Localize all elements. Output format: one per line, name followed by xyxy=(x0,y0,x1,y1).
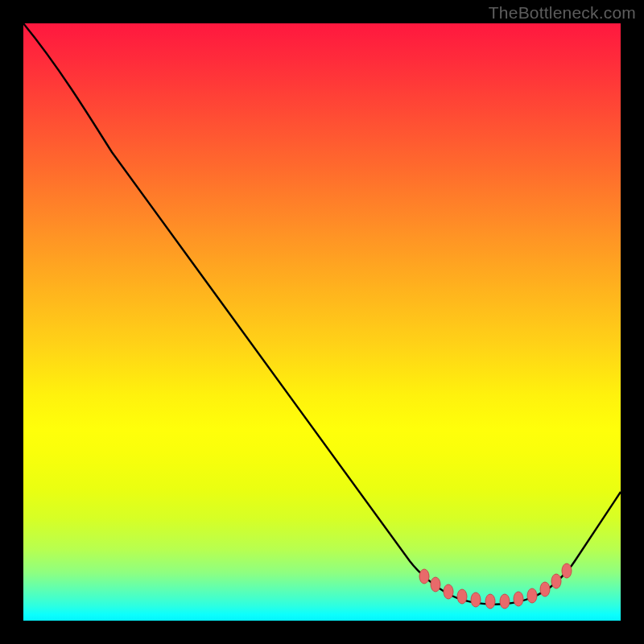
marker-group xyxy=(419,564,572,609)
marker xyxy=(431,577,440,592)
marker xyxy=(419,569,429,584)
marker xyxy=(551,574,561,588)
chart-frame: TheBottleneck.com xyxy=(0,0,644,644)
bottleneck-curve xyxy=(23,23,621,605)
marker xyxy=(540,582,550,597)
plot-area xyxy=(23,23,621,621)
marker xyxy=(457,589,467,604)
marker xyxy=(471,592,481,607)
marker xyxy=(527,588,537,603)
chart-svg xyxy=(23,23,621,621)
marker xyxy=(562,564,572,578)
marker xyxy=(500,594,510,609)
marker xyxy=(514,592,523,606)
marker xyxy=(444,584,453,599)
marker xyxy=(485,594,495,609)
watermark-text: TheBottleneck.com xyxy=(489,3,636,23)
